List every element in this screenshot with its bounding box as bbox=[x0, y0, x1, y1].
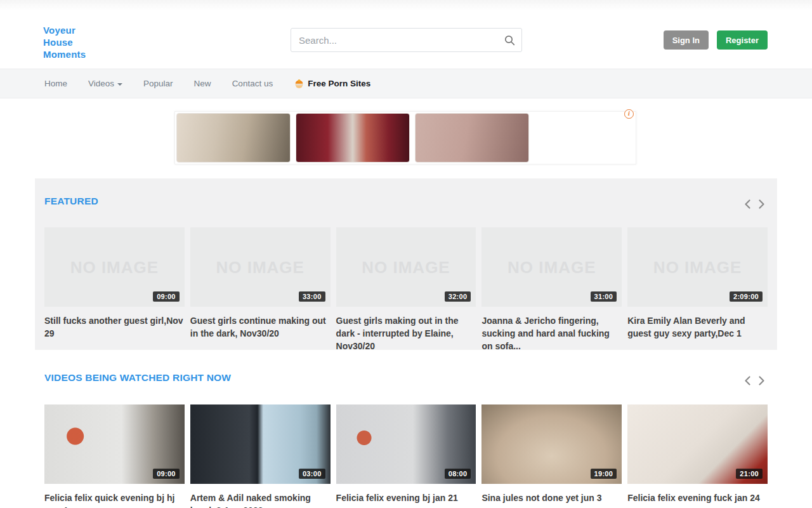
main-nav: Home Videos Popular New Contact us Free … bbox=[0, 69, 812, 98]
site-header: Voyeur House Moments Sign In Register bbox=[0, 0, 812, 69]
video-thumbnail[interactable]: NO IMAGE 09:00 bbox=[44, 227, 185, 307]
nav-contact-us[interactable]: Contact us bbox=[232, 79, 273, 88]
ad-cam-thumbnail[interactable] bbox=[176, 113, 291, 163]
ad-strip: i bbox=[0, 98, 812, 177]
video-thumbnail[interactable]: 19:00 bbox=[481, 404, 622, 484]
video-thumbnail[interactable]: NO IMAGE 32:00 bbox=[336, 227, 476, 307]
nav-videos[interactable]: Videos bbox=[88, 79, 122, 88]
nav-free-porn-sites-label: Free Porn Sites bbox=[308, 79, 370, 88]
video-card: NO IMAGE 2:09:00 Kira Emily Alan Beverly… bbox=[627, 227, 768, 352]
watching-prev-button[interactable] bbox=[743, 375, 752, 386]
ad-cam-thumbnail[interactable] bbox=[415, 113, 529, 163]
video-card: NO IMAGE 33:00 Guest girls continue maki… bbox=[190, 227, 331, 352]
duration-badge: 32:00 bbox=[445, 291, 471, 302]
video-thumbnail[interactable]: 03:00 bbox=[190, 404, 331, 484]
no-image-label: NO IMAGE bbox=[362, 257, 450, 277]
watching-now-header: VIDEOS BEING WATCHED RIGHT NOW bbox=[35, 359, 777, 384]
chevron-right-icon bbox=[759, 199, 764, 209]
video-thumbnail[interactable]: 21:00 bbox=[627, 404, 768, 484]
ad-cam-thumbnail[interactable] bbox=[296, 113, 410, 163]
watching-card-row: 09:00 Felicia felix quick evening bj hj … bbox=[44, 404, 768, 508]
nav-home[interactable]: Home bbox=[44, 79, 67, 88]
video-thumbnail[interactable]: NO IMAGE 2:09:00 bbox=[627, 227, 768, 307]
duration-badge: 2:09:00 bbox=[730, 291, 763, 302]
ad-info-icon[interactable]: i bbox=[624, 109, 634, 119]
duration-badge: 08:00 bbox=[445, 469, 471, 479]
site-logo[interactable]: Voyeur House Moments bbox=[43, 24, 86, 60]
duration-badge: 21:00 bbox=[736, 469, 763, 479]
featured-prev-button[interactable] bbox=[743, 198, 752, 210]
search-button[interactable] bbox=[497, 29, 521, 51]
featured-header: FEATURED bbox=[35, 178, 777, 207]
chevron-left-icon bbox=[745, 376, 750, 385]
featured-next-button[interactable] bbox=[757, 198, 766, 210]
no-image-label: NO IMAGE bbox=[508, 257, 596, 277]
nav-new[interactable]: New bbox=[194, 79, 211, 88]
video-card: 03:00 Artem & Adil naked smoking break 3… bbox=[190, 404, 331, 508]
search-input[interactable] bbox=[291, 29, 497, 51]
logo-line: Voyeur bbox=[43, 24, 86, 36]
video-title[interactable]: Still fucks another guest girl,Nov 29 bbox=[44, 314, 185, 340]
watching-next-button[interactable] bbox=[757, 375, 766, 386]
video-card: 19:00 Sina jules not done yet jun 3 bbox=[481, 404, 622, 508]
featured-carousel-arrows bbox=[743, 198, 766, 210]
nav-videos-label: Videos bbox=[88, 79, 114, 88]
video-title[interactable]: Artem & Adil naked smoking break 3 Aug 2… bbox=[190, 491, 331, 508]
logo-line: House bbox=[43, 36, 86, 48]
chevron-left-icon bbox=[745, 199, 750, 209]
watching-now-heading: VIDEOS BEING WATCHED RIGHT NOW bbox=[44, 372, 768, 384]
duration-badge: 03:00 bbox=[299, 469, 325, 479]
duration-badge: 19:00 bbox=[591, 469, 617, 479]
video-title[interactable]: Felicia felix quick evening bj hj nov 4 bbox=[44, 491, 185, 508]
search-icon bbox=[504, 35, 515, 46]
featured-heading: FEATURED bbox=[44, 196, 768, 207]
video-card: NO IMAGE 09:00 Still fucks another guest… bbox=[44, 227, 185, 352]
video-title[interactable]: Sina jules not done yet jun 3 bbox=[481, 491, 622, 504]
ad-banner[interactable]: i bbox=[174, 111, 636, 164]
video-title[interactable]: Joanna & Jericho fingering, sucking and … bbox=[481, 314, 622, 352]
logo-line: Moments bbox=[43, 48, 86, 60]
nav-popular[interactable]: Popular bbox=[143, 79, 173, 88]
sign-in-button[interactable]: Sign In bbox=[664, 30, 709, 50]
video-title[interactable]: Guest girls continue making out in the d… bbox=[190, 314, 331, 340]
auth-buttons: Sign In Register bbox=[664, 30, 768, 50]
no-image-label: NO IMAGE bbox=[216, 257, 304, 277]
register-button[interactable]: Register bbox=[717, 30, 768, 50]
video-title[interactable]: Felicia felix evening fuck jan 24 bbox=[627, 491, 768, 504]
video-thumbnail[interactable]: NO IMAGE 33:00 bbox=[190, 227, 331, 307]
video-card: 09:00 Felicia felix quick evening bj hj … bbox=[44, 404, 185, 508]
video-card: NO IMAGE 31:00 Joanna & Jericho fingerin… bbox=[481, 227, 622, 352]
video-card: NO IMAGE 32:00 Guest girls making out in… bbox=[336, 227, 476, 352]
video-card: 08:00 Felicia felix evening bj jan 21 bbox=[336, 404, 476, 508]
watching-carousel-arrows bbox=[743, 375, 766, 386]
chevron-down-icon bbox=[117, 83, 122, 86]
nav-free-porn-sites[interactable]: Free Porn Sites bbox=[294, 78, 370, 89]
video-thumbnail[interactable]: 08:00 bbox=[336, 404, 476, 484]
video-thumbnail[interactable]: 09:00 bbox=[44, 404, 185, 484]
duration-badge: 09:00 bbox=[153, 469, 180, 479]
chevron-right-icon bbox=[759, 376, 764, 385]
search-bar bbox=[291, 28, 522, 52]
video-card: 21:00 Felicia felix evening fuck jan 24 bbox=[627, 404, 768, 508]
featured-section: FEATURED NO IMAGE 09:00 bbox=[35, 178, 777, 350]
video-title[interactable]: Kira Emily Alan Beverly and guest guy se… bbox=[627, 314, 768, 340]
duration-badge: 09:00 bbox=[153, 291, 180, 302]
duration-badge: 31:00 bbox=[591, 291, 617, 302]
video-thumbnail[interactable]: NO IMAGE 31:00 bbox=[481, 227, 622, 307]
page: Voyeur House Moments Sign In Register Ho… bbox=[0, 0, 812, 508]
video-title[interactable]: Guest girls making out in the dark - int… bbox=[336, 314, 476, 352]
featured-card-row: NO IMAGE 09:00 Still fucks another guest… bbox=[44, 227, 768, 352]
video-title[interactable]: Felicia felix evening bj jan 21 bbox=[336, 491, 476, 504]
watching-now-section: VIDEOS BEING WATCHED RIGHT NOW 09:00 bbox=[35, 359, 777, 508]
no-image-label: NO IMAGE bbox=[653, 257, 742, 277]
duration-badge: 33:00 bbox=[299, 291, 325, 302]
worker-hat-icon bbox=[294, 78, 304, 89]
no-image-label: NO IMAGE bbox=[70, 257, 159, 277]
